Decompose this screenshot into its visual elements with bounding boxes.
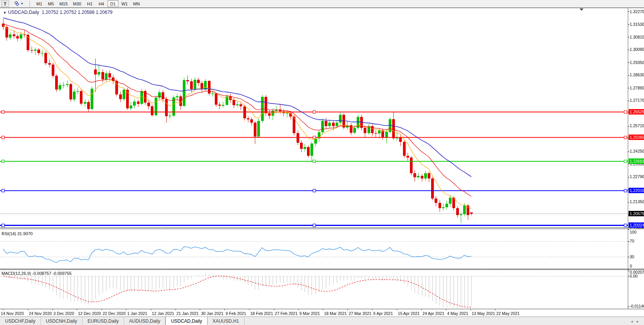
- chart-title: ▼USDCAD,Daily 1.20752 1.20752 1.20586 1.…: [3, 10, 113, 15]
- timeframe-group: M1M5M15M30H1H4D1W1MN: [34, 0, 142, 7]
- chart-title-ohlc: 1.20752 1.20752 1.20586 1.20679: [42, 10, 113, 15]
- tab-audusd-daily[interactable]: AUDUSD,Daily: [124, 317, 166, 325]
- date-label: 22 Dec 2020: [103, 311, 126, 316]
- date-label: 4 May 2021: [447, 311, 468, 316]
- timeframe-button-m15[interactable]: M15: [57, 0, 70, 7]
- date-label: 15 Apr 2021: [398, 311, 420, 316]
- chart-tab-bar: USDCHF,DailyUSDCNH,DailyEURUSD,DailyAUDU…: [0, 317, 644, 325]
- price-tick-label: 1.28630: [630, 72, 644, 77]
- rsi-tick-label: 100: [630, 230, 637, 234]
- tab-usdchf-daily[interactable]: USDCHF,Daily: [0, 317, 41, 325]
- rsi-tick-label: 70: [630, 239, 634, 243]
- price-tick-label: 1.30090: [630, 47, 644, 52]
- tab-eurusd-daily[interactable]: EURUSD,Daily: [83, 317, 124, 325]
- rsi-tick-label: 30: [630, 254, 634, 259]
- date-label: 18 Feb 2021: [250, 311, 273, 316]
- price-tick-label: 1.24250: [630, 149, 644, 153]
- price-tick-label: 1.21350: [630, 199, 644, 204]
- timeframe-button-h4[interactable]: H4: [96, 0, 107, 7]
- date-label: 13 May 2021: [472, 311, 495, 316]
- macd-indicator-label: MACD(12,26,9) -0.008757 -0.009755: [2, 271, 72, 276]
- price-tick-label: 1.25710: [630, 123, 644, 128]
- date-label: 3 Dec 2020: [54, 311, 74, 316]
- chart-title-symbol: USDCAD,Daily: [8, 10, 39, 15]
- tab-usdcad-daily[interactable]: USDCAD,Daily: [165, 317, 207, 325]
- rsi-tick-label: 0: [630, 264, 632, 268]
- price-tick-label: 1.31530: [630, 22, 644, 27]
- timeframe-button-mn[interactable]: MN: [131, 0, 142, 7]
- date-label: 24 Apr 2021: [423, 311, 445, 316]
- toolbar-grip[interactable]: [29, 1, 31, 7]
- date-label: 9 Mar 2021: [300, 311, 320, 316]
- timeframe-button-m1[interactable]: M1: [34, 0, 45, 7]
- macd-tick-label: 0.00: [630, 274, 637, 278]
- timeframe-button-m5[interactable]: M5: [46, 0, 56, 7]
- tab-xauusd-h1[interactable]: XAUUSD,H1: [207, 317, 244, 325]
- price-tick-label: 1.32270: [630, 9, 644, 14]
- date-label: 21 Jan 2021: [177, 311, 199, 316]
- date-label: 9 Feb 2021: [226, 311, 246, 316]
- date-label: 27 Feb 2021: [275, 311, 298, 316]
- timeframe-button-d1[interactable]: D1: [108, 0, 118, 7]
- price-chart-canvas[interactable]: [0, 7, 644, 317]
- symbols-button[interactable]: ▼: [12, 0, 26, 7]
- tab-scroll-left-icon[interactable]: ◂: [631, 319, 633, 323]
- chart-window: ▼USDCAD,Daily 1.20752 1.20752 1.20586 1.…: [0, 7, 644, 317]
- price-tick-label: 1.22790: [630, 174, 644, 179]
- date-label: 1 Jan 2021: [127, 311, 147, 316]
- timeframe-button-h1[interactable]: H1: [84, 0, 95, 7]
- macd-tick-label: -0.011462: [630, 304, 644, 308]
- hline-price-label: 1.26529: [629, 109, 644, 115]
- hline-price-label: 1.25065: [629, 135, 644, 140]
- rsi-value: 31.9070: [17, 231, 33, 236]
- tab-scroll-right-icon[interactable]: ▸: [637, 319, 639, 323]
- tab-scroll-controls: ◂ ▸: [631, 317, 644, 325]
- text-tool-button[interactable]: T: [1, 0, 9, 7]
- timeframe-button-w1[interactable]: W1: [119, 0, 130, 7]
- date-label: 30 Jan 2021: [201, 311, 223, 316]
- date-label: 24 Nov 2020: [29, 311, 52, 316]
- price-tick-label: 1.27170: [630, 98, 644, 103]
- rsi-indicator-label: RSI(14) 31.9070: [2, 231, 33, 236]
- tab-usdcnh-daily[interactable]: USDCNH,Daily: [41, 317, 83, 325]
- date-label: 22 May 2021: [496, 311, 520, 316]
- date-label: 6 Apr 2021: [373, 311, 393, 316]
- date-label: 12 Jan 2021: [152, 311, 174, 316]
- hline-price-label: 1.20024: [629, 222, 644, 228]
- hline-price-label: 1.22016: [629, 188, 644, 193]
- symbols-icon: [14, 1, 20, 6]
- chart-toolbar: T ▼ M1M5M15M30H1H4D1W1MN: [0, 0, 644, 8]
- collapse-triangle-icon[interactable]: ▼: [3, 11, 7, 15]
- price-tick-label: 1.27890: [630, 86, 644, 90]
- date-label: 14 Nov 2020: [1, 311, 24, 316]
- current-price-label: 1.20679: [629, 211, 644, 216]
- timeframe-button-m30[interactable]: M30: [71, 0, 83, 7]
- price-tick-label: 1.29350: [630, 60, 644, 65]
- chevron-down-icon: ▼: [20, 2, 24, 5]
- date-label: 12 Dec 2020: [78, 311, 101, 316]
- trading-terminal-window: T ▼ M1M5M15M30H1H4D1W1MN ▼USDCAD,Daily 1…: [0, 0, 644, 325]
- date-label: 18 Mar 2021: [324, 311, 347, 316]
- price-tick-label: 1.30810: [630, 35, 644, 39]
- date-label: 27 Mar 2021: [349, 311, 371, 316]
- hline-price-label: 1.23683: [629, 158, 644, 164]
- macd-values: -0.008757 -0.009755: [32, 271, 71, 276]
